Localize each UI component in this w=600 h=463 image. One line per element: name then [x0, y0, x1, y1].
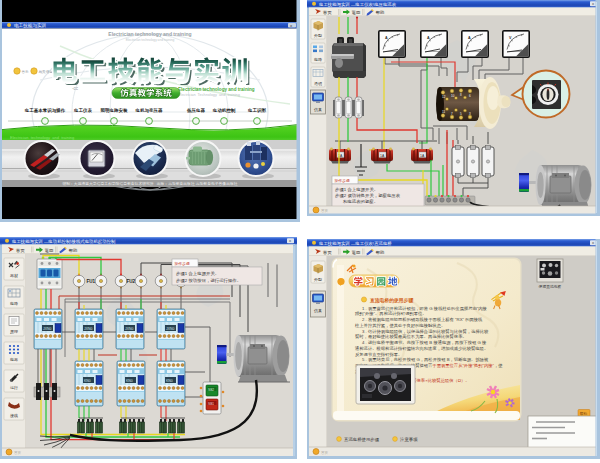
svg-text:电工技能与实训 —电工仪表\电压电流表: 电工技能与实训 —电工仪表\电压电流表 [319, 2, 397, 7]
svg-text:相关信息: 相关信息 [39, 69, 54, 74]
svg-text:蹄到“外接”。再检流计指针调到零位。: 蹄到“外接”。再检流计指针调到零位。 [355, 311, 427, 316]
svg-text:电器: 电器 [10, 357, 18, 362]
svg-text:KN0: KN0 [126, 379, 133, 383]
svg-text:运行: 运行 [10, 385, 18, 390]
svg-text:Electrician technology and: Electrician technology and training [10, 135, 74, 140]
svg-text:电工技能与实训 —电工仪表\直流电桥: 电工技能与实训 —电工仪表\直流电桥 [319, 241, 392, 246]
svg-text:JXN0: JXN0 [166, 327, 174, 331]
svg-text:电路: 电路 [314, 57, 322, 62]
svg-text:电工仪表: 电工仪表 [74, 107, 93, 113]
svg-text:研制：大连海事大学信息工程学院信息教育技术研究所 出版：: 研制：大连海事大学信息工程学院信息教育技术研究所 出版：高等教育出版社 高等教育… [62, 181, 237, 186]
svg-text:外型: 外型 [314, 33, 322, 38]
svg-text:JXN0: JXN0 [43, 327, 51, 331]
svg-text:Electrician technology and tra: Electrician technology and training [178, 87, 255, 92]
svg-text:返回: 返回 [45, 248, 54, 253]
svg-text:Electrician Technology and: Electrician Technology and training [178, 93, 240, 97]
svg-text:电路: 电路 [10, 301, 18, 306]
svg-text:A: A [385, 36, 388, 40]
svg-text:首页: 首页 [15, 248, 25, 253]
svg-text:帮助: 帮助 [376, 10, 385, 15]
svg-text:直流电桥的使用步骤: 直流电桥的使用步骤 [369, 297, 413, 304]
svg-text:首页: 首页 [322, 250, 332, 255]
svg-text:FU1: FU1 [87, 279, 96, 284]
svg-text:JXN0: JXN0 [125, 327, 133, 331]
svg-text:帮助: 帮助 [376, 250, 385, 255]
svg-text:返回: 返回 [352, 250, 361, 255]
svg-text:电工基本常识与操作: 电工基本常识与操作 [25, 107, 66, 114]
svg-text:帮助: 帮助 [580, 411, 588, 416]
svg-text:Electrician technology and tra: Electrician technology and training [108, 31, 191, 37]
svg-text:-cc: -cc [72, 86, 79, 91]
svg-text:SB2: SB2 [208, 388, 214, 392]
svg-text:1A: 1A [420, 154, 425, 158]
svg-text:外型: 外型 [314, 277, 322, 282]
svg-text:电工识图: 电工识图 [248, 107, 267, 113]
svg-text:操作步骤: 操作步骤 [175, 261, 190, 266]
svg-text:帮助: 帮助 [69, 248, 78, 253]
svg-text:返回: 返回 [352, 10, 361, 15]
svg-text:直流电桥使用步骤: 直流电桥使用步骤 [344, 437, 380, 442]
svg-text:KN0: KN0 [84, 379, 91, 383]
svg-text:原理: 原理 [10, 329, 18, 334]
svg-text:11: 11 [442, 110, 445, 114]
svg-text:首页: 首页 [322, 10, 332, 15]
svg-text:电工技能与实训: 电工技能与实训 [14, 22, 46, 29]
svg-text:步骤1 合上电源开关。: 步骤1 合上电源开关。 [335, 187, 378, 192]
svg-text:JXN0: JXN0 [84, 327, 92, 331]
svg-text:照明电路安装: 照明电路安装 [101, 107, 129, 114]
svg-text:和电流表的观察。: 和电流表的观察。 [343, 199, 378, 204]
svg-text:反复调节直至指针指零。: 反复调节直至指针指零。 [355, 352, 402, 357]
svg-text:首页: 首页 [321, 450, 329, 455]
svg-text:步骤1 合上电源开关。: 步骤1 合上电源开关。 [176, 271, 219, 276]
svg-text:注意事项: 注意事项 [400, 437, 418, 442]
svg-text:步骤2 拨动转换开关，观察电压表: 步骤2 拨动转换开关，观察电压表 [335, 193, 401, 198]
svg-text:KN0: KN0 [166, 379, 173, 383]
svg-text:电机与变压器: 电机与变压器 [136, 107, 164, 114]
svg-text:接线: 接线 [10, 413, 18, 418]
svg-text:便携直流电桥: 便携直流电桥 [539, 284, 562, 289]
svg-text:透明: 透明 [314, 81, 322, 86]
svg-text:首页: 首页 [14, 450, 22, 455]
svg-text:12: 12 [442, 95, 446, 99]
svg-text:A: A [427, 36, 430, 40]
svg-text:1A: 1A [380, 154, 385, 158]
svg-text:步骤2 按动按钮，进行运行操作。: 步骤2 按动按钮，进行运行操作。 [176, 278, 241, 283]
svg-text:低压电器: 低压电器 [186, 107, 206, 113]
svg-text:FU2: FU2 [127, 279, 136, 284]
svg-text:Electrician technology and tra: Electrician technology and training [126, 38, 175, 42]
svg-text:10: 10 [451, 94, 455, 98]
svg-text:音乐: 音乐 [22, 69, 30, 74]
svg-text:操作步骤: 操作步骤 [335, 178, 350, 183]
svg-text:SB1: SB1 [208, 402, 214, 406]
svg-text:A: A [468, 36, 471, 40]
svg-text:首页: 首页 [321, 208, 329, 213]
